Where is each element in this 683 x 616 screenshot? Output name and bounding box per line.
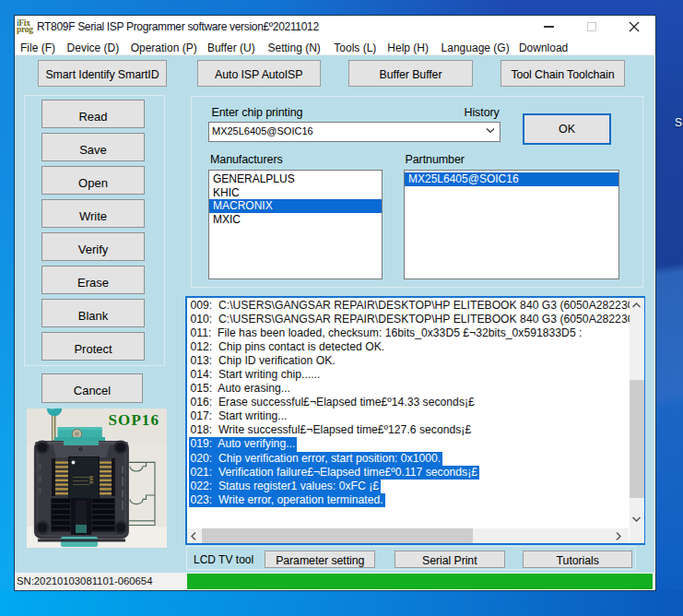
svg-text:SOP16: SOP16 [109,411,160,429]
